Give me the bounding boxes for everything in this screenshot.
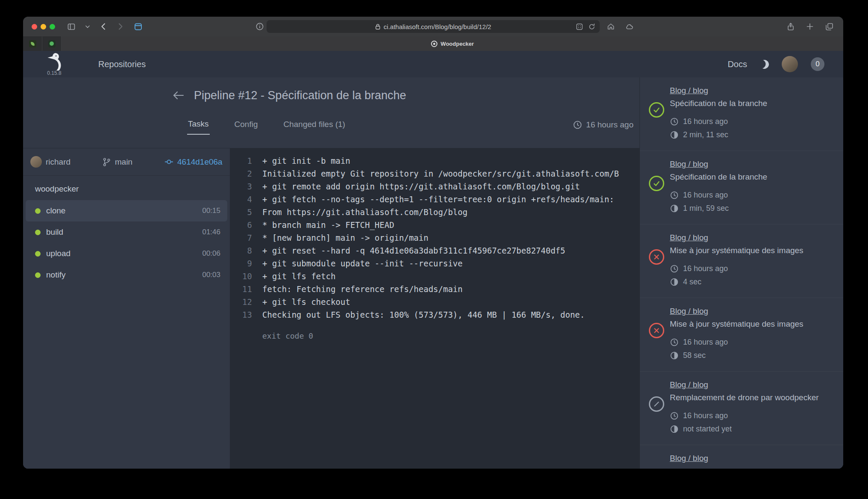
build-duration-text: not started yet: [683, 425, 732, 434]
cloud-icon[interactable]: [625, 22, 634, 31]
tab-group-icon[interactable]: [134, 22, 143, 31]
commit-sha[interactable]: 4614d1e06a: [164, 157, 226, 167]
log-line: 1+ git init -b main: [230, 154, 639, 167]
build-repo-link[interactable]: Blog / blog: [670, 233, 708, 242]
log-line-text: + git submodule update --init --recursiv…: [252, 257, 463, 270]
reload-icon[interactable]: [588, 23, 595, 30]
nav-docs-link[interactable]: Docs: [727, 59, 747, 69]
builds-sidebar[interactable]: Blog / blog Spécification de la branche …: [639, 77, 843, 469]
build-time-row: 16 hours ago: [670, 189, 836, 202]
build-repo-link[interactable]: Blog / blog: [670, 86, 708, 95]
log-line-text: * branch main -> FETCH_HEAD: [252, 218, 394, 231]
log-line-number: 1: [230, 154, 252, 167]
build-repo-link[interactable]: Blog / blog: [670, 159, 708, 169]
pinned-tab-2[interactable]: [42, 36, 62, 51]
chevron-down-icon[interactable]: [85, 25, 90, 29]
commit-branch: main: [102, 157, 164, 167]
build-card[interactable]: Blog / blog Spécification de la branche …: [640, 77, 843, 151]
duration-icon: [670, 204, 679, 213]
tab-tasks[interactable]: Tasks: [187, 115, 210, 135]
back-button[interactable]: [100, 22, 107, 31]
woodpecker-logo[interactable]: 0.15.8: [42, 53, 67, 76]
step-status-dot: [35, 208, 41, 214]
build-card[interactable]: Blog / blog Remplacement de drone par wo…: [640, 372, 843, 445]
exit-code: exit code 0: [230, 330, 639, 343]
step-status-dot: [35, 230, 41, 235]
steps-panel: richard main: [23, 148, 230, 469]
notification-badge[interactable]: 0: [811, 57, 824, 71]
zoom-window-button[interactable]: [50, 24, 55, 30]
pipeline-time-text: 16 hours ago: [586, 120, 633, 130]
build-card[interactable]: Blog / blog Spécification de la branche …: [640, 151, 843, 224]
log-line: 9+ git submodule update --init --recursi…: [230, 257, 639, 270]
tab-strip: Woodpecker: [23, 36, 843, 51]
build-repo-link[interactable]: Blog / blog: [670, 307, 708, 316]
content-blocker-badge-icon[interactable]: [576, 23, 583, 30]
sidebar-toggle-icon[interactable]: [67, 22, 76, 31]
log-line-text: + git init -b main: [252, 154, 350, 167]
build-time-text: 16 hours ago: [683, 411, 728, 420]
build-duration-text: 1 min, 59 sec: [683, 204, 729, 213]
branch-name: main: [115, 157, 132, 167]
address-bar[interactable]: ci.athaliasoft.com/Blog/blog/build/12/2: [267, 20, 600, 33]
step-clone[interactable]: clone 00:15: [26, 200, 227, 221]
build-card[interactable]: Blog / blog Mise à jour systématique des…: [640, 224, 843, 298]
build-time-row: 16 hours ago: [670, 409, 836, 422]
pinned-tab-2-favicon-icon: [48, 40, 56, 47]
log-line-text: + git lfs fetch: [252, 270, 336, 283]
log-line: 4+ git fetch --no-tags --depth=1 --filte…: [230, 193, 639, 206]
active-tab-title: Woodpecker: [441, 41, 474, 47]
build-card[interactable]: Blog / blog Mise à jour systématique des…: [640, 298, 843, 372]
step-build[interactable]: build 01:46: [26, 221, 227, 243]
build-duration-text: 4 sec: [683, 278, 701, 286]
build-message: Mise à jour systématique des images: [670, 319, 836, 329]
log-line-number: 5: [230, 206, 252, 218]
build-duration-text: 58 sec: [683, 351, 706, 360]
forward-button[interactable]: [117, 22, 124, 31]
log-line-number: 11: [230, 283, 252, 295]
build-card[interactable]: Blog / blog: [640, 445, 843, 469]
tab-changed-files[interactable]: Changed files (1): [283, 115, 346, 134]
home-icon[interactable]: [607, 22, 615, 31]
tab-config[interactable]: Config: [234, 115, 259, 134]
commit-info-row: richard main: [23, 148, 230, 176]
lock-icon: [375, 24, 381, 30]
pinned-tab-1-favicon-icon: [29, 40, 36, 47]
step-duration: 00:06: [202, 249, 220, 258]
log-line-number: 7: [230, 231, 252, 244]
close-window-button[interactable]: [32, 24, 37, 30]
nav-repositories-link[interactable]: Repositories: [98, 59, 146, 69]
commit-sha-link[interactable]: 4614d1e06a: [177, 157, 223, 167]
step-upload[interactable]: upload 00:06: [26, 243, 227, 264]
user-avatar[interactable]: [782, 56, 798, 72]
log-output[interactable]: 1+ git init -b main 2Initialized empty G…: [230, 148, 639, 469]
tab-overview-icon[interactable]: [825, 22, 834, 31]
dark-mode-toggle-moon-icon[interactable]: [759, 59, 770, 70]
pipeline-title: Pipeline #12 - Spécification de la branc…: [194, 89, 406, 102]
build-time-row: 16 hours ago: [670, 336, 836, 349]
log-line-text: From https://git.athaliasoft.com/Blog/bl…: [252, 206, 467, 218]
pipeline-column: Pipeline #12 - Spécification de la branc…: [23, 77, 639, 469]
page-info-icon[interactable]: [255, 22, 264, 31]
back-arrow-icon[interactable]: [172, 90, 185, 101]
status-failure-icon: [649, 323, 664, 338]
step-name: build: [46, 227, 63, 237]
share-icon[interactable]: [786, 22, 795, 31]
pipeline-time: 16 hours ago: [573, 120, 633, 130]
pinned-tab-1[interactable]: [23, 36, 42, 51]
active-tab-woodpecker[interactable]: Woodpecker: [62, 36, 843, 51]
status-failure-icon: [649, 249, 664, 265]
minimize-window-button[interactable]: [41, 24, 46, 30]
log-line-number: 6: [230, 218, 252, 231]
build-repo-link[interactable]: Blog / blog: [670, 380, 708, 390]
build-repo-link[interactable]: Blog / blog: [670, 454, 708, 463]
git-branch-icon: [102, 157, 111, 167]
step-notify[interactable]: notify 00:03: [26, 264, 227, 286]
build-duration-row: 58 sec: [670, 349, 836, 362]
new-tab-icon[interactable]: [806, 23, 814, 30]
workflow-name: woodpecker: [23, 176, 230, 200]
clock-icon: [670, 117, 679, 126]
log-line-text: Initialized empty Git repository in /woo…: [252, 167, 619, 180]
log-line: 3+ git remote add origin https://git.ath…: [230, 180, 639, 193]
log-line-text: + git remote add origin https://git.atha…: [252, 180, 580, 193]
